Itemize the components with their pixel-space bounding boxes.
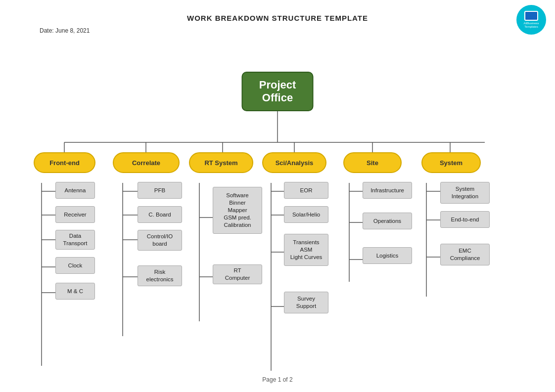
oval-correlate: Correlate (113, 152, 180, 173)
rect-transients: Transients ASM Light Curves (284, 234, 328, 266)
oval-site: Site (343, 152, 402, 173)
page-number: Page 1 of 2 (262, 376, 292, 383)
rect-control-io: Control/IO board (138, 230, 182, 251)
rect-software-block: Software Binner Mapper GSM pred. Calibra… (213, 187, 262, 234)
rect-solar-helio: Solar/Helio (284, 206, 328, 223)
rect-system-integration: System Integration (440, 182, 490, 204)
oval-rtsystem: RT System (189, 152, 253, 173)
rect-rt-computer: RT Computer (213, 264, 262, 284)
rect-clock: Clock (55, 257, 95, 274)
rect-infrastructure: Infrastructure (363, 182, 412, 199)
rect-m-and-c: M & C (55, 283, 95, 300)
rect-receiver: Receiver (55, 206, 95, 223)
rect-end-to-end: End-to-end (440, 211, 490, 228)
rect-operations: Operations (363, 213, 412, 229)
oval-scianalysis: Sci/Analysis (262, 152, 326, 173)
rect-survey-support: Survey Support (284, 292, 328, 313)
rect-cboard: C. Board (138, 206, 182, 223)
page: AllBusinessTemplates WORK BREAKDOWN STRU… (0, 0, 555, 392)
root-node: Project Office (242, 72, 314, 111)
rect-eor: EOR (284, 182, 328, 199)
wbs-chart: Project Office Front-end Correlate RT Sy… (0, 40, 555, 372)
rect-data-transport: Data Transport (55, 230, 95, 250)
date-label: Date: June 8, 2021 (40, 27, 90, 34)
logo-screen (524, 11, 538, 21)
oval-system: System (421, 152, 481, 173)
rect-logistics: Logistics (363, 247, 412, 264)
root-label: Project Office (259, 79, 296, 105)
rect-emc-compliance: EMC Compliance (440, 244, 490, 265)
rect-antenna: Antenna (55, 182, 95, 199)
page-title: WORK BREAKDOWN STRUCTURE TEMPLATE (0, 0, 555, 22)
rect-risk-electronics: Risk electronics (138, 265, 182, 286)
logo-text: AllBusinessTemplates (523, 22, 539, 29)
logo: AllBusinessTemplates (516, 5, 546, 35)
oval-frontend: Front-end (34, 152, 95, 173)
rect-pfb: PFB (138, 182, 182, 199)
